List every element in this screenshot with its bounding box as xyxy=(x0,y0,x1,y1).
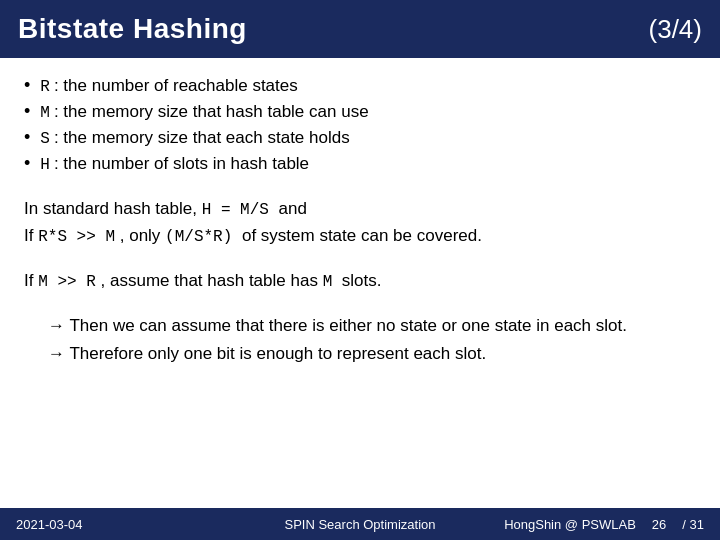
bullet-list: • R : the number of reachable states • M… xyxy=(24,76,696,174)
para2-code-m: M xyxy=(323,273,342,291)
desc-M: : the memory size that hash table can us… xyxy=(54,102,369,122)
list-item: • R : the number of reachable states xyxy=(24,76,696,96)
slide-footer: 2021-03-04 SPIN Search Optimization Hong… xyxy=(0,508,720,540)
paragraph-1: In standard hash table, H = M/S and If R… xyxy=(24,196,696,250)
footer-page: 26 xyxy=(652,517,666,532)
footer-center-label: SPIN Search Optimization xyxy=(284,517,435,532)
para1-code-r-s-m: R*S >> M xyxy=(38,228,115,246)
bullet-dot: • xyxy=(24,76,30,94)
slide-header: Bitstate Hashing (3/4) xyxy=(0,0,720,58)
indent-block: → Then we can assume that there is eithe… xyxy=(48,312,696,366)
footer-right: HongShin @ PSWLAB 26 / 31 xyxy=(504,517,704,532)
var-M: M xyxy=(40,104,50,122)
bullet-dot: • xyxy=(24,102,30,120)
para1-line2-pre: If xyxy=(24,226,33,245)
list-item: • M : the memory size that hash table ca… xyxy=(24,102,696,122)
paragraph-2: If M >> R , assume that hash table has M… xyxy=(24,268,696,295)
list-item: • S : the memory size that each state ho… xyxy=(24,128,696,148)
slide-title: Bitstate Hashing xyxy=(18,13,247,45)
para1-code-h-m-s: H = M/S xyxy=(202,201,279,219)
para1-line2-mid: , only xyxy=(120,226,161,245)
desc-R: : the number of reachable states xyxy=(54,76,298,96)
footer-author: HongShin @ PSWLAB xyxy=(504,517,636,532)
desc-S: : the memory size that each state holds xyxy=(54,128,350,148)
indent-item-1: → Then we can assume that there is eithe… xyxy=(48,312,696,339)
para1-line2-post: of system state can be covered. xyxy=(242,226,482,245)
footer-total: / 31 xyxy=(682,517,704,532)
para2-end: slots. xyxy=(342,271,382,290)
list-item: • H : the number of slots in hash table xyxy=(24,154,696,174)
slide-content: • R : the number of reachable states • M… xyxy=(0,58,720,375)
bullet-dot: • xyxy=(24,154,30,172)
bullet-dot: • xyxy=(24,128,30,146)
para2-post: , assume that hash table has xyxy=(101,271,318,290)
para1-line1-pre: In standard hash table, xyxy=(24,199,197,218)
var-R: R xyxy=(40,78,50,96)
slide-number: (3/4) xyxy=(649,14,702,45)
indent-item-2: → Therefore only one bit is enough to re… xyxy=(48,340,696,367)
desc-H: : the number of slots in hash table xyxy=(54,154,309,174)
footer-date: 2021-03-04 xyxy=(16,517,83,532)
para2-pre: If xyxy=(24,271,33,290)
para1-code-m-s-r: (M/S*R) xyxy=(165,228,242,246)
var-H: H xyxy=(40,156,50,174)
para2-code-m-r: M >> R xyxy=(38,273,96,291)
para1-line1-post: and xyxy=(279,199,307,218)
var-S: S xyxy=(40,130,50,148)
